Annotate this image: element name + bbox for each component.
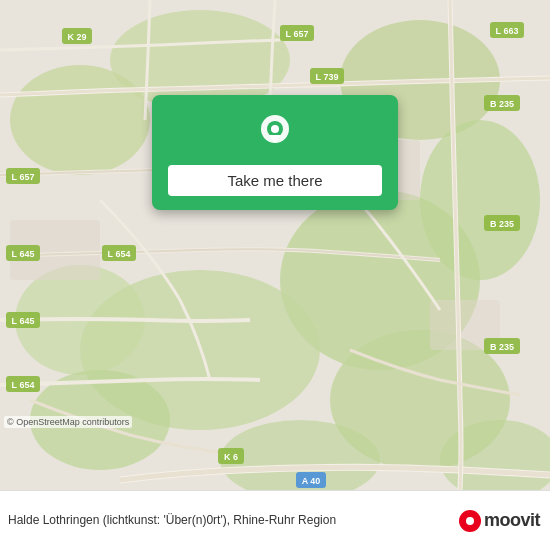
svg-text:L 654: L 654 xyxy=(12,380,35,390)
map-container[interactable]: K 29 L 657 L 663 L 739 B 235 L 657 L 645… xyxy=(0,0,550,490)
popup-card[interactable]: Take me there xyxy=(152,95,398,210)
moovit-dot-icon xyxy=(459,510,481,532)
svg-text:L 657: L 657 xyxy=(12,172,35,182)
svg-text:L 654: L 654 xyxy=(108,249,131,259)
svg-text:B 235: B 235 xyxy=(490,219,514,229)
take-me-there-button[interactable]: Take me there xyxy=(168,165,382,196)
svg-text:L 645: L 645 xyxy=(12,249,35,259)
svg-text:L 645: L 645 xyxy=(12,316,35,326)
location-description: Halde Lothringen (lichtkunst: 'Über(n)0r… xyxy=(8,513,451,529)
moovit-logo: moovit xyxy=(459,510,540,532)
copyright-notice: © OpenStreetMap contributors xyxy=(4,416,132,428)
moovit-dot-inner xyxy=(466,517,474,525)
svg-text:B 235: B 235 xyxy=(490,342,514,352)
svg-text:A 40: A 40 xyxy=(302,476,321,486)
svg-text:L 657: L 657 xyxy=(286,29,309,39)
moovit-brand-text: moovit xyxy=(484,510,540,531)
location-pin-icon xyxy=(253,111,297,155)
info-bar: Halde Lothringen (lichtkunst: 'Über(n)0r… xyxy=(0,490,550,550)
svg-text:B 235: B 235 xyxy=(490,99,514,109)
svg-text:K 29: K 29 xyxy=(67,32,86,42)
svg-text:K 6: K 6 xyxy=(224,452,238,462)
svg-point-45 xyxy=(271,125,279,133)
svg-text:L 739: L 739 xyxy=(316,72,339,82)
svg-text:L 663: L 663 xyxy=(496,26,519,36)
